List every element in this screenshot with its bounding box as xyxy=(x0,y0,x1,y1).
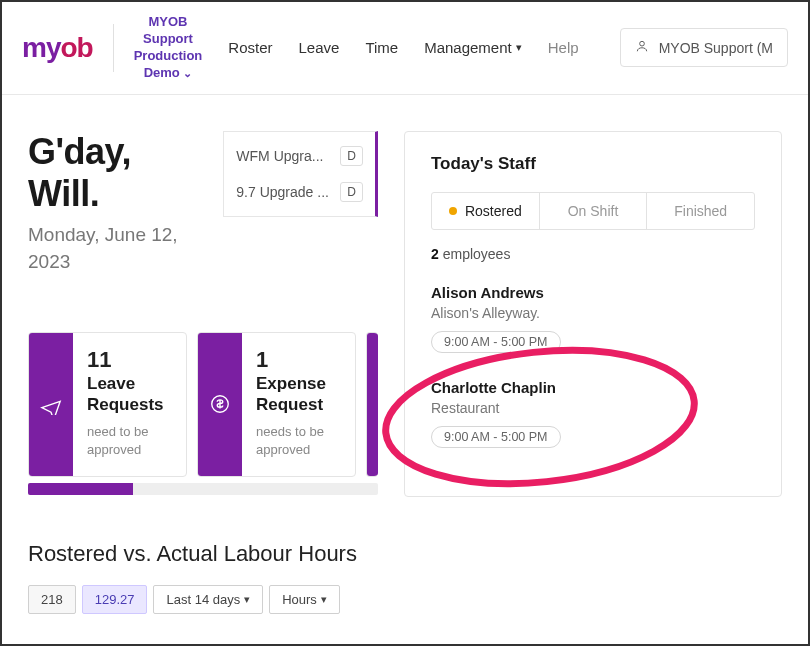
nav-management[interactable]: Management ▾ xyxy=(424,39,522,56)
staff-heading: Today's Staff xyxy=(431,154,755,174)
staff-shift-time: 9:00 AM - 5:00 PM xyxy=(431,331,561,353)
staff-item[interactable]: Alison Andrews Alison's Alleyway. 9:00 A… xyxy=(431,284,755,353)
notification-status: D xyxy=(340,182,363,202)
nav-leave[interactable]: Leave xyxy=(299,39,340,56)
greeting-date: Monday, June 12, 2023 xyxy=(28,221,205,276)
tab-on-shift[interactable]: On Shift xyxy=(539,193,647,229)
staff-name: Charlotte Chaplin xyxy=(431,379,755,396)
staff-tabs: Rostered On Shift Finished xyxy=(431,192,755,230)
myob-logo: myob xyxy=(22,32,93,64)
user-icon xyxy=(635,39,649,56)
nav-links: Roster Leave Time Management ▾ Help xyxy=(228,39,578,56)
staff-item[interactable]: Charlotte Chaplin Restaurant 9:00 AM - 5… xyxy=(431,379,755,448)
employee-count: 2 employees xyxy=(431,246,755,262)
chevron-down-icon: ⌄ xyxy=(183,67,192,79)
card-subtitle: needs to be approved xyxy=(256,423,341,459)
nav-help[interactable]: Help xyxy=(548,39,579,56)
user-label: MYOB Support (M xyxy=(659,40,773,56)
dashboard-cards: 11 Leave Requests need to be approved 1 … xyxy=(28,332,378,477)
greeting-title: G'day, Will. xyxy=(28,131,205,215)
org-line: Support xyxy=(143,31,193,48)
svg-point-0 xyxy=(639,42,644,47)
metric-actual[interactable]: 129.27 xyxy=(82,585,148,614)
divider xyxy=(113,24,114,72)
staff-location: Restaurant xyxy=(431,400,755,416)
card-expense-request[interactable]: 1 Expense Request needs to be approved xyxy=(197,332,356,477)
caret-down-icon: ▾ xyxy=(244,593,250,606)
card-next-peek[interactable] xyxy=(366,332,378,477)
top-nav: myob MYOB Support Production Demo ⌄ Rost… xyxy=(2,2,808,95)
chart-section-title: Rostered vs. Actual Labour Hours xyxy=(28,541,378,567)
user-menu[interactable]: MYOB Support (M xyxy=(620,28,788,67)
todays-staff-panel: Today's Staff Rostered On Shift Finished… xyxy=(404,131,782,497)
staff-location: Alison's Alleyway. xyxy=(431,305,755,321)
card-subtitle: need to be approved xyxy=(87,423,172,459)
card-title: Expense Request xyxy=(256,373,341,416)
dollar-icon xyxy=(198,333,242,476)
chart-filters: 218 129.27 Last 14 days ▾ Hours ▾ xyxy=(28,585,378,614)
staff-name: Alison Andrews xyxy=(431,284,755,301)
caret-down-icon: ▾ xyxy=(516,41,522,54)
cards-scroll-indicator xyxy=(28,483,378,495)
nav-time[interactable]: Time xyxy=(365,39,398,56)
card-count: 11 xyxy=(87,347,172,373)
card-title: Leave Requests xyxy=(87,373,172,416)
metric-rostered[interactable]: 218 xyxy=(28,585,76,614)
tab-finished[interactable]: Finished xyxy=(646,193,754,229)
card-count: 1 xyxy=(256,347,341,373)
org-line: Production xyxy=(134,48,203,65)
org-line: Demo ⌄ xyxy=(144,65,193,82)
notification-label: 9.7 Upgrade ... xyxy=(236,184,329,200)
nav-roster[interactable]: Roster xyxy=(228,39,272,56)
card-leave-requests[interactable]: 11 Leave Requests need to be approved xyxy=(28,332,187,477)
notification-row[interactable]: WFM Upgra... D xyxy=(224,138,375,174)
notification-status: D xyxy=(340,146,363,166)
card-icon xyxy=(367,333,378,476)
plane-icon xyxy=(29,333,73,476)
org-switcher[interactable]: MYOB Support Production Demo ⌄ xyxy=(134,14,203,82)
range-picker[interactable]: Last 14 days ▾ xyxy=(153,585,263,614)
org-line: MYOB xyxy=(149,14,188,31)
notification-panel: WFM Upgra... D 9.7 Upgrade ... D xyxy=(223,131,378,217)
caret-down-icon: ▾ xyxy=(321,593,327,606)
notification-row[interactable]: 9.7 Upgrade ... D xyxy=(224,174,375,210)
staff-shift-time: 9:00 AM - 5:00 PM xyxy=(431,426,561,448)
unit-picker[interactable]: Hours ▾ xyxy=(269,585,340,614)
tab-rostered[interactable]: Rostered xyxy=(432,193,539,229)
notification-label: WFM Upgra... xyxy=(236,148,323,164)
